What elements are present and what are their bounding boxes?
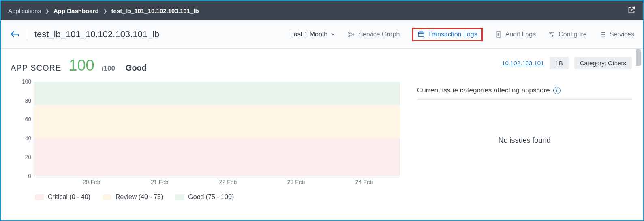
swatch-review — [103, 194, 111, 200]
nav-label: Transaction Logs — [428, 31, 477, 38]
graph-icon — [348, 31, 355, 38]
svg-point-5 — [550, 32, 552, 33]
sliders-icon — [548, 31, 555, 38]
page-header: test_lb_101_10.102.103.101_lb Last 1 Mon… — [1, 20, 643, 49]
app-score-label: APP SCORE — [11, 63, 61, 73]
x-tick: 20 Feb — [83, 179, 101, 185]
legend-label: Critical (0 - 40) — [48, 193, 90, 201]
app-score-max: /100 — [102, 64, 115, 73]
nav-service-graph[interactable]: Service Graph — [348, 31, 400, 38]
page-title: test_lb_101_10.102.103.101_lb — [34, 29, 159, 40]
issues-heading: Current issue categories affecting appsc… — [417, 86, 550, 94]
y-tick: 20 — [15, 154, 31, 160]
breadcrumb-item[interactable]: test_lb_101_10.102.103.101_lb — [111, 7, 199, 14]
nav-label: Configure — [558, 31, 586, 38]
breadcrumb-bar: Applications ❯ App Dashboard ❯ test_lb_1… — [1, 1, 643, 20]
logs-icon — [417, 31, 425, 38]
category-tag: Category: Others — [574, 57, 632, 69]
legend-label: Review (40 - 75) — [116, 193, 163, 201]
y-tick: 60 — [15, 116, 31, 122]
swatch-good — [175, 194, 184, 200]
legend-critical: Critical (0 - 40) — [35, 193, 90, 201]
nav-transaction-logs[interactable]: Transaction Logs — [412, 28, 483, 41]
x-tick: 24 Feb — [355, 179, 373, 185]
content-area: APP SCORE 100 /100 Good 100 80 60 40 20 … — [1, 49, 643, 220]
y-tick: 100 — [15, 78, 31, 85]
scrollbar[interactable] — [635, 49, 642, 218]
band-critical — [34, 138, 400, 176]
x-tick: 21 Feb — [151, 179, 169, 185]
chart-plot-area: 100 80 60 40 20 0 — [34, 82, 400, 176]
y-tick: 80 — [15, 97, 31, 104]
issues-empty-state: No issues found — [417, 136, 632, 145]
nav-services[interactable]: Services — [599, 31, 634, 38]
list-icon — [599, 31, 606, 38]
app-score-header: APP SCORE 100 /100 Good — [9, 57, 413, 74]
x-axis: 20 Feb 21 Feb 22 Feb 23 Feb 24 Feb — [34, 176, 400, 186]
time-range-selector[interactable]: Last 1 Month — [290, 31, 336, 38]
audit-icon — [495, 31, 502, 38]
band-review — [34, 105, 400, 138]
popout-icon[interactable] — [627, 6, 636, 15]
breadcrumb-item[interactable]: App Dashboard — [53, 7, 99, 14]
app-score-status: Good — [126, 63, 147, 73]
svg-point-6 — [552, 35, 553, 36]
x-tick: 22 Feb — [219, 179, 237, 185]
app-score-value: 100 — [68, 57, 94, 74]
chevron-down-icon — [330, 32, 336, 37]
ip-link[interactable]: 10.102.103.101 — [502, 60, 544, 67]
x-tick: 23 Feb — [287, 179, 305, 185]
breadcrumb-item[interactable]: Applications — [8, 7, 41, 14]
legend-good: Good (75 - 100) — [175, 193, 234, 201]
band-good — [34, 82, 400, 105]
nav-audit-logs[interactable]: Audit Logs — [495, 31, 536, 38]
chevron-right-icon: ❯ — [45, 8, 49, 14]
chart-legend: Critical (0 - 40) Review (40 - 75) Good … — [35, 193, 413, 201]
right-panel: 10.102.103.101 LB Category: Others Curre… — [417, 49, 643, 220]
y-tick: 40 — [15, 135, 31, 142]
type-tag: LB — [550, 57, 568, 69]
legend-review: Review (40 - 75) — [103, 193, 163, 201]
issues-heading-row: Current issue categories affecting appsc… — [417, 86, 632, 100]
swatch-critical — [35, 194, 44, 200]
scrollbar-thumb[interactable] — [636, 49, 641, 66]
separator — [27, 29, 27, 40]
nav-label: Service Graph — [358, 31, 400, 38]
meta-row: 10.102.103.101 LB Category: Others — [417, 57, 632, 69]
nav-configure[interactable]: Configure — [548, 31, 586, 38]
nav-label: Services — [610, 31, 634, 38]
time-range-label: Last 1 Month — [290, 31, 328, 38]
chevron-right-icon: ❯ — [103, 8, 107, 14]
header-nav: Last 1 Month Service Graph Transaction L… — [290, 28, 634, 41]
left-panel: APP SCORE 100 /100 Good 100 80 60 40 20 … — [1, 49, 417, 220]
svg-rect-3 — [418, 32, 424, 36]
back-arrow-icon[interactable] — [10, 30, 21, 39]
nav-label: Audit Logs — [505, 31, 536, 38]
info-icon[interactable]: i — [553, 87, 561, 94]
appscore-chart: 100 80 60 40 20 0 20 Feb 21 Feb 22 Feb 2… — [9, 82, 413, 201]
legend-label: Good (75 - 100) — [188, 193, 234, 201]
y-tick: 0 — [15, 173, 31, 179]
